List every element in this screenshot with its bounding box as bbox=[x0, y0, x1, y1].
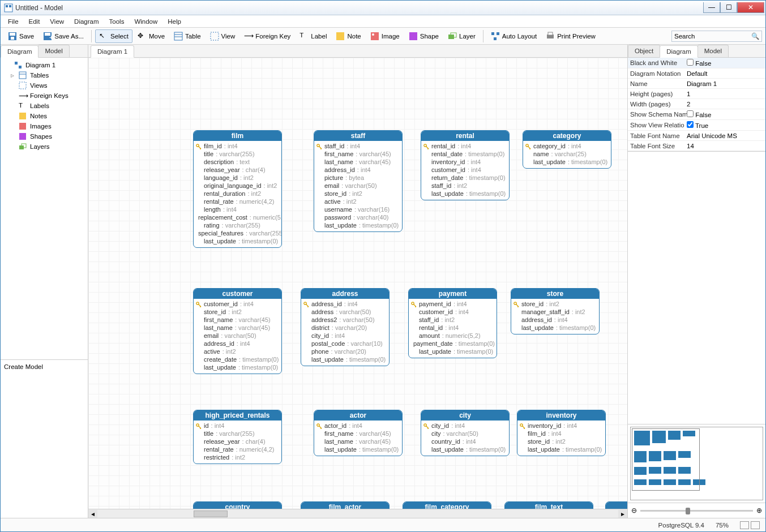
column-film_id[interactable]: film_id: int4 bbox=[196, 142, 279, 150]
column-address_id[interactable]: address_id: int4 bbox=[316, 166, 400, 174]
column-city[interactable]: city: varchar(50) bbox=[423, 430, 507, 437]
file-tab[interactable]: Diagram 1 bbox=[91, 45, 134, 58]
auto-layout-button[interactable]: Auto Layout bbox=[487, 29, 541, 43]
column-active[interactable]: active: int2 bbox=[196, 347, 279, 355]
tree-item-notes[interactable]: Notes bbox=[2, 111, 87, 121]
column-staff_id[interactable]: staff_id: int2 bbox=[411, 316, 494, 324]
column-city_id[interactable]: city_id: int4 bbox=[303, 332, 387, 340]
minimap[interactable] bbox=[628, 424, 765, 503]
column-return_date[interactable]: return_date: timestamp(0) bbox=[423, 174, 507, 182]
view-tool[interactable]: View bbox=[206, 29, 239, 43]
column-email[interactable]: email: varchar(50) bbox=[316, 182, 400, 190]
scroll-right-icon[interactable]: ▸ bbox=[618, 510, 627, 518]
entity-rental[interactable]: rentalrental_id: int4rental_date: timest… bbox=[421, 130, 510, 200]
entity-category[interactable]: categorycategory_id: int4name: varchar(2… bbox=[523, 130, 611, 169]
status-icon-1[interactable] bbox=[740, 521, 749, 529]
column-first_name[interactable]: first_name: varchar(45) bbox=[316, 430, 400, 437]
column-title[interactable]: title: varchar(255) bbox=[196, 150, 279, 158]
tree-item-views[interactable]: Views bbox=[2, 80, 87, 91]
column-username[interactable]: username: varchar(16) bbox=[316, 205, 400, 213]
column-amount[interactable]: amount: numeric(5,2) bbox=[411, 332, 494, 340]
prop-show-view-relatio[interactable]: Show View Relatio True bbox=[628, 120, 765, 131]
minimize-button[interactable]: — bbox=[703, 2, 720, 13]
prop-table-font-name[interactable]: Table Font NameArial Unicode MS bbox=[628, 131, 765, 141]
tab-diagram-left[interactable]: Diagram bbox=[1, 45, 38, 58]
column-customer_id[interactable]: customer_id: int4 bbox=[423, 166, 507, 174]
column-replacement_cost[interactable]: replacement_cost: numeric(5,2) bbox=[196, 213, 279, 221]
prop-show-schema-nam[interactable]: Show Schema Nam False bbox=[628, 109, 765, 120]
column-address[interactable]: address: varchar(50) bbox=[303, 308, 387, 316]
column-first_name[interactable]: first_name: varchar(45) bbox=[196, 316, 279, 324]
entity-payment[interactable]: paymentpayment_id: int4customer_id: int4… bbox=[408, 288, 497, 358]
column-special_features[interactable]: special_features: varchar(255) bbox=[196, 229, 279, 237]
column-original_language_id[interactable]: original_language_id: int2 bbox=[196, 182, 279, 190]
column-payment_date[interactable]: payment_date: timestamp(0) bbox=[411, 340, 494, 347]
column-last_update[interactable]: last_update: timestamp(0) bbox=[520, 445, 603, 453]
diagram-canvas[interactable]: filmfilm_id: int4title: varchar(255)desc… bbox=[88, 58, 627, 509]
column-staff_id[interactable]: staff_id: int4 bbox=[316, 142, 400, 150]
foreign-key-tool[interactable]: ⟶Foreign Key bbox=[240, 29, 294, 43]
status-icon-2[interactable] bbox=[751, 521, 760, 529]
prop-checkbox[interactable] bbox=[687, 59, 694, 66]
save-as-button[interactable]: +Save As... bbox=[39, 29, 88, 43]
entity-city[interactable]: citycity_id: int4city: varchar(50)countr… bbox=[421, 410, 510, 456]
layer-tool[interactable]: Layer bbox=[444, 29, 480, 43]
column-last_name[interactable]: last_name: varchar(45) bbox=[196, 324, 279, 332]
menu-view[interactable]: View bbox=[46, 17, 68, 26]
menu-tools[interactable]: Tools bbox=[105, 17, 129, 26]
column-store_id[interactable]: store_id: int2 bbox=[513, 300, 597, 308]
column-last_update[interactable]: last_update: timestamp(0) bbox=[196, 363, 279, 371]
entity-country[interactable]: countrycountry_id: int4country: varchar(… bbox=[193, 501, 282, 509]
column-restricted[interactable]: restricted: int2 bbox=[196, 453, 279, 461]
menu-file[interactable]: File bbox=[4, 17, 23, 26]
prop-diagram-notation[interactable]: Diagram NotationDefault bbox=[628, 68, 765, 79]
column-district[interactable]: district: varchar(20) bbox=[303, 324, 387, 332]
column-last_update[interactable]: last_update: timestamp(0) bbox=[423, 190, 507, 198]
prop-checkbox[interactable] bbox=[687, 110, 694, 117]
search-input[interactable]: Search🔍 bbox=[671, 31, 762, 42]
column-payment_id[interactable]: payment_id: int4 bbox=[411, 300, 494, 308]
column-rental_rate[interactable]: rental_rate: numeric(4,2) bbox=[196, 198, 279, 205]
prop-black-and-white[interactable]: Black and White False bbox=[628, 58, 765, 68]
column-country_id[interactable]: country_id: int4 bbox=[423, 437, 507, 445]
table-tool[interactable]: Table bbox=[170, 29, 205, 43]
column-email[interactable]: email: varchar(50) bbox=[196, 332, 279, 340]
close-button[interactable]: ✕ bbox=[737, 2, 764, 13]
tab-object-right[interactable]: Object bbox=[628, 45, 660, 57]
column-title[interactable]: title: varchar(255) bbox=[196, 430, 279, 437]
tree-item-labels[interactable]: TLabels bbox=[2, 101, 87, 111]
column-last_update[interactable]: last_update: timestamp(0) bbox=[196, 237, 279, 245]
prop-name[interactable]: NameDiagram 1 bbox=[628, 79, 765, 89]
column-phone[interactable]: phone: varchar(20) bbox=[303, 347, 387, 355]
column-customer_id[interactable]: customer_id: int4 bbox=[411, 308, 494, 316]
minimap-viewport[interactable] bbox=[632, 428, 700, 491]
save-button[interactable]: Save bbox=[4, 29, 38, 43]
column-postal_code[interactable]: postal_code: varchar(10) bbox=[303, 340, 387, 347]
entity-staff[interactable]: staffstaff_id: int4first_name: varchar(4… bbox=[314, 130, 403, 232]
entity-inventory[interactable]: inventoryinventory_id: int4film_id: int4… bbox=[517, 410, 606, 456]
select-tool[interactable]: ↖Select bbox=[95, 29, 132, 43]
create-model-label[interactable]: Create Model bbox=[1, 359, 88, 518]
tab-model-right[interactable]: Model bbox=[697, 45, 729, 57]
zoom-out-button[interactable]: ⊖ bbox=[631, 507, 637, 514]
column-staff_id[interactable]: staff_id: int2 bbox=[423, 182, 507, 190]
column-address_id[interactable]: address_id: int4 bbox=[513, 316, 597, 324]
zoom-slider[interactable] bbox=[640, 510, 753, 512]
move-tool[interactable]: ✥Move bbox=[134, 29, 169, 43]
entity-film[interactable]: filmfilm_id: int4title: varchar(255)desc… bbox=[193, 130, 282, 248]
entity-film_category[interactable]: film_categoryfilm_id: int4category_id: i… bbox=[403, 501, 491, 509]
column-rental_duration[interactable]: rental_duration: int2 bbox=[196, 190, 279, 198]
column-last_update[interactable]: last_update: timestamp(0) bbox=[303, 355, 387, 363]
entity-language[interactable]: languagelanguage_id: int2name: char(20)l… bbox=[605, 501, 627, 509]
column-last_update[interactable]: last_update: timestamp(0) bbox=[411, 347, 494, 355]
tree-item-images[interactable]: Images bbox=[2, 121, 87, 131]
column-description[interactable]: description: text bbox=[196, 158, 279, 166]
column-last_name[interactable]: last_name: varchar(45) bbox=[316, 158, 400, 166]
tab-model-left[interactable]: Model bbox=[38, 45, 69, 57]
prop-height-pages-[interactable]: Height (pages)1 bbox=[628, 89, 765, 99]
column-language_id[interactable]: language_id: int2 bbox=[196, 174, 279, 182]
prop-checkbox[interactable] bbox=[687, 121, 694, 128]
column-manager_staff_id[interactable]: manager_staff_id: int2 bbox=[513, 308, 597, 316]
entity-customer[interactable]: customercustomer_id: int4store_id: int2f… bbox=[193, 288, 282, 374]
column-id[interactable]: id: int4 bbox=[196, 422, 279, 430]
